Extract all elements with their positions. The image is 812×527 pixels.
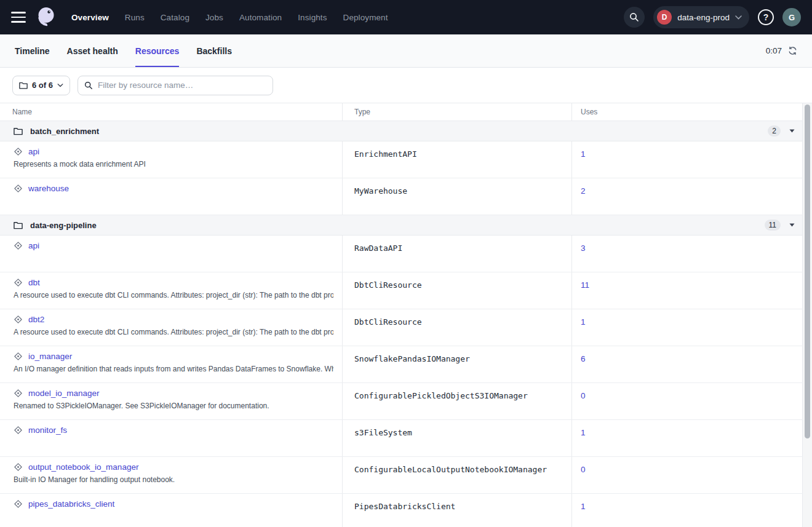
tab-backfills[interactable]: Backfills [196,34,232,67]
deployment-initial-badge: D [657,10,672,25]
resource-row: model_io_manager Renamed to S3PickleIOMa… [0,383,812,420]
resource-name-cell: pipes_databricks_client [0,494,343,527]
resource-uses-cell: 3 [572,236,803,272]
group-name: data-eng-pipeline [30,221,97,230]
resource-type-cell: MyWarehouse [343,178,572,215]
resource-uses-cell: 0 [572,457,803,493]
nav-item-jobs[interactable]: Jobs [205,13,223,22]
nav-item-automation[interactable]: Automation [239,13,282,22]
resource-description: Built-in IO Manager for handling output … [14,475,333,484]
resource-uses-link[interactable]: 0 [581,465,586,474]
resource-description: Renamed to S3PickleIOManager. See S3Pick… [14,402,333,410]
resource-name-link[interactable]: dbt [28,278,40,287]
resource-filter-field [78,76,273,95]
resource-uses-link[interactable]: 3 [581,244,586,253]
search-icon [84,81,93,90]
caret-down-icon[interactable] [789,129,795,133]
deployment-name: data-eng-prod [677,13,730,22]
resource-uses-link[interactable]: 6 [581,354,586,363]
resource-name-link[interactable]: dbt2 [28,315,44,324]
resource-icon [14,426,23,435]
table-header-row: Name Type Uses [0,103,812,121]
resource-description: A resource used to execute dbt CLI comma… [14,291,333,299]
refresh-icon[interactable] [788,46,797,55]
help-button[interactable]: ? [758,9,774,25]
chevron-down-icon [57,84,63,87]
scrollbar-thumb[interactable] [805,105,810,438]
resource-uses-link[interactable]: 1 [581,317,586,327]
resource-row: io_manager An I/O manager definition tha… [0,346,812,383]
group-header-row[interactable]: batch_enrichment 2 [0,121,803,141]
resource-name-link[interactable]: model_io_manager [28,389,100,398]
nav-item-deployment[interactable]: Deployment [343,13,388,22]
column-header-name: Name [0,103,343,121]
resource-name-link[interactable]: api [28,241,39,250]
resource-uses-link[interactable]: 1 [581,502,586,511]
resource-name-link[interactable]: pipes_databricks_client [28,499,114,509]
resource-type-cell: ConfigurableLocalOutputNotebookIOManager [343,457,572,493]
tab-timeline[interactable]: Timeline [15,34,50,67]
dagster-logo-icon[interactable] [33,4,59,30]
resource-name-cell: warehouse [0,178,343,215]
folder-icon [14,127,23,135]
resource-type-cell: PipesDatabricksClient [343,494,572,527]
resource-type-cell: DbtCliResource [343,272,572,309]
resource-name-link[interactable]: warehouse [28,184,69,193]
resource-name-link[interactable]: api [28,147,39,156]
tab-asset-health[interactable]: Asset health [67,34,118,67]
group-count-filter-button[interactable]: 6 of 6 [12,76,70,95]
resource-icon [14,241,23,250]
resource-row: dbt A resource used to execute dbt CLI c… [0,272,812,309]
nav-item-overview[interactable]: Overview [71,13,109,22]
caret-down-icon[interactable] [789,223,795,227]
nav-item-insights[interactable]: Insights [298,13,327,22]
group-header-row[interactable]: data-eng-pipeline 11 [0,215,803,236]
resource-uses-link[interactable]: 0 [581,391,586,400]
search-icon [629,12,639,22]
resource-uses-link[interactable]: 11 [581,280,589,290]
resource-row: monitor_fs s3FileSystem 1 [0,420,812,457]
resource-name-link[interactable]: io_manager [28,352,72,361]
resource-icon [14,389,23,398]
nav-item-catalog[interactable]: Catalog [161,13,189,22]
folder-icon [19,82,28,89]
resource-icon [14,499,23,509]
chevron-down-icon [735,15,742,20]
resource-uses-link[interactable]: 1 [581,149,586,159]
user-avatar[interactable]: G [782,8,801,26]
column-header-type: Type [343,103,572,121]
resource-icon [14,184,23,193]
resource-uses-cell: 2 [572,178,803,215]
resource-description: Represents a mock data enrichment API [14,160,333,168]
global-search-button[interactable] [624,7,645,28]
resource-row: api RawDataAPI 3 [0,236,812,272]
vertical-scrollbar[interactable] [803,103,812,527]
resource-uses-cell: 0 [572,383,803,419]
resource-filter-input[interactable] [98,81,266,90]
resource-type-cell: s3FileSystem [343,420,572,456]
group-name: batch_enrichment [30,127,99,136]
nav-item-runs[interactable]: Runs [125,13,145,22]
top-nav: Overview Runs Catalog Jobs Automation In… [0,0,812,34]
filter-toolbar: 6 of 6 [0,68,812,103]
resource-name-link[interactable]: output_notebook_io_manager [28,462,138,472]
resource-uses-cell: 1 [572,309,803,346]
deployment-switcher[interactable]: D data-eng-prod [653,6,749,28]
hamburger-menu-icon[interactable] [11,12,26,23]
resource-name-link[interactable]: monitor_fs [28,426,67,435]
primary-nav: Overview Runs Catalog Jobs Automation In… [71,13,388,22]
resource-uses-cell: 6 [572,346,803,382]
resource-type-cell: ConfigurablePickledObjectS3IOManager [343,383,572,419]
tab-resources[interactable]: Resources [135,34,180,67]
resource-icon [14,352,23,361]
resource-name-cell: dbt2 A resource used to execute dbt CLI … [0,309,343,346]
resource-icon [14,147,23,156]
resource-name-cell: monitor_fs [0,420,343,456]
resource-uses-cell: 1 [572,494,803,527]
resource-row: output_notebook_io_manager Built-in IO M… [0,457,812,494]
resource-row: dbt2 A resource used to execute dbt CLI … [0,309,812,346]
resource-uses-link[interactable]: 2 [581,186,586,196]
resource-uses-link[interactable]: 1 [581,428,586,437]
resource-name-cell: model_io_manager Renamed to S3PickleIOMa… [0,383,343,419]
folder-icon [14,221,23,229]
